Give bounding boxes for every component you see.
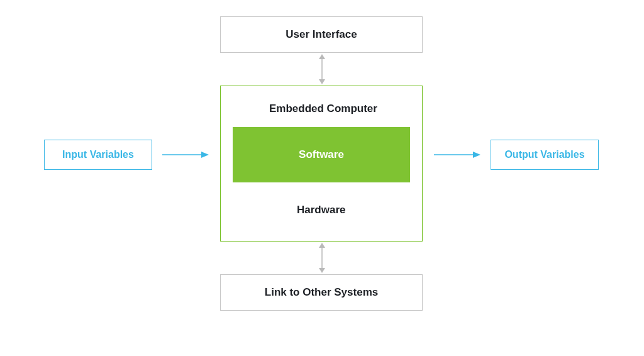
svg-marker-7: [201, 152, 209, 158]
right-arrow-icon: [434, 150, 480, 159]
software-label: Software: [299, 148, 344, 161]
svg-marker-4: [319, 243, 325, 248]
bidirectional-arrow-icon: [318, 54, 326, 84]
software-box: Software: [233, 127, 410, 182]
svg-marker-9: [473, 152, 480, 158]
output-variables-box: Output Variables: [491, 140, 599, 170]
user-interface-box: User Interface: [220, 16, 423, 53]
embedded-computer-label: Embedded Computer: [269, 103, 377, 115]
bidirectional-arrow-icon: [318, 243, 326, 273]
hardware-label: Hardware: [297, 204, 345, 216]
svg-marker-5: [319, 268, 325, 273]
output-variables-label: Output Variables: [504, 149, 584, 160]
link-other-systems-box: Link to Other Systems: [220, 274, 423, 311]
right-arrow-icon: [162, 150, 209, 159]
input-variables-box: Input Variables: [44, 140, 152, 170]
svg-marker-1: [319, 54, 325, 59]
link-other-systems-label: Link to Other Systems: [265, 286, 378, 299]
svg-marker-2: [319, 79, 325, 84]
user-interface-label: User Interface: [286, 28, 357, 41]
input-variables-label: Input Variables: [62, 149, 134, 160]
